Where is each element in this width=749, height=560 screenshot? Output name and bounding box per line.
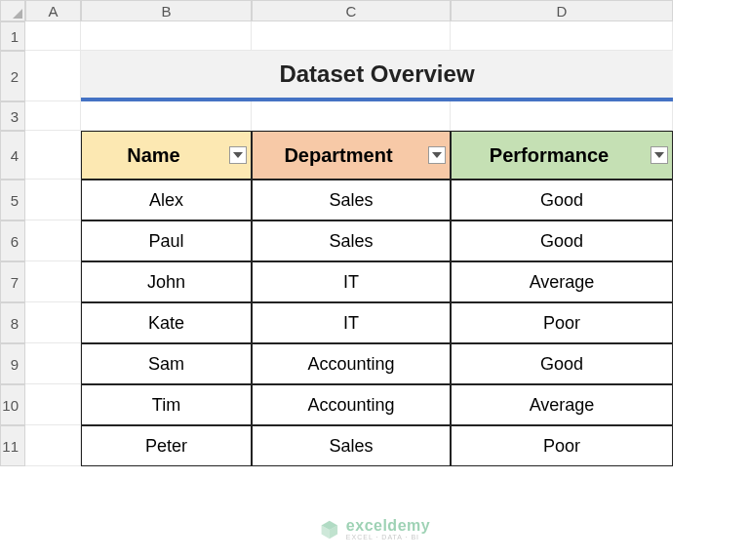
table-cell[interactable]: Good	[451, 343, 673, 384]
table-cell[interactable]: Poor	[451, 302, 673, 343]
table-cell[interactable]: Sales	[252, 425, 451, 466]
col-header-B[interactable]: B	[81, 0, 252, 21]
header-label: Department	[284, 144, 392, 167]
row-header-3[interactable]: 3	[0, 101, 25, 131]
cell[interactable]	[25, 343, 81, 384]
table-header-performance[interactable]: Performance	[451, 131, 673, 180]
cell[interactable]	[25, 131, 81, 180]
row-header-5[interactable]: 5	[0, 180, 25, 220]
col-header-D[interactable]: D	[451, 0, 673, 21]
row-header-7[interactable]: 7	[0, 261, 25, 302]
table-cell[interactable]: Sam	[81, 343, 252, 384]
watermark-main: exceldemy	[346, 518, 430, 534]
table-cell[interactable]: Sales	[252, 220, 451, 261]
table-cell[interactable]: IT	[252, 302, 451, 343]
row-header-2[interactable]: 2	[0, 51, 25, 101]
table-cell[interactable]: Peter	[81, 425, 252, 466]
row-header-4[interactable]: 4	[0, 131, 25, 180]
table-cell[interactable]: Average	[451, 384, 673, 425]
header-label: Performance	[490, 144, 609, 167]
filter-button-performance[interactable]	[650, 146, 668, 164]
select-all-corner[interactable]	[0, 0, 25, 21]
cell[interactable]	[451, 101, 673, 131]
table-cell[interactable]: Good	[451, 220, 673, 261]
watermark-sub: EXCEL · DATA · BI	[346, 534, 430, 540]
cell[interactable]	[252, 21, 451, 51]
cell[interactable]	[25, 302, 81, 343]
table-cell[interactable]: IT	[252, 261, 451, 302]
cell[interactable]	[451, 21, 673, 51]
chevron-down-icon	[432, 152, 442, 158]
chevron-down-icon	[233, 152, 243, 158]
table-cell[interactable]: Alex	[81, 180, 252, 220]
table-cell[interactable]: Average	[451, 261, 673, 302]
cell[interactable]	[81, 21, 252, 51]
table-cell[interactable]: Sales	[252, 180, 451, 220]
filter-button-name[interactable]	[229, 146, 247, 164]
cell[interactable]	[25, 51, 81, 101]
cell[interactable]	[25, 425, 81, 466]
table-header-name[interactable]: Name	[81, 131, 252, 180]
watermark: exceldemy EXCEL · DATA · BI	[319, 518, 430, 540]
cell[interactable]	[252, 101, 451, 131]
cell[interactable]	[25, 220, 81, 261]
cell[interactable]	[25, 384, 81, 425]
table-cell[interactable]: Tim	[81, 384, 252, 425]
table-cell[interactable]: Poor	[451, 425, 673, 466]
filter-button-department[interactable]	[428, 146, 446, 164]
cell[interactable]	[25, 180, 81, 220]
row-header-8[interactable]: 8	[0, 302, 25, 343]
row-header-6[interactable]: 6	[0, 220, 25, 261]
table-cell[interactable]: John	[81, 261, 252, 302]
row-header-9[interactable]: 9	[0, 343, 25, 384]
header-label: Name	[127, 144, 179, 167]
col-header-C[interactable]: C	[252, 0, 451, 21]
table-header-department[interactable]: Department	[252, 131, 451, 180]
row-header-11[interactable]: 11	[0, 425, 25, 466]
spreadsheet-grid: A B C D 1 2 3 4 5 6 7 8 9 10 11 Dataset …	[0, 0, 673, 466]
row-header-10[interactable]: 10	[0, 384, 25, 425]
row-header-1[interactable]: 1	[0, 21, 25, 51]
cell[interactable]	[81, 101, 252, 131]
cell[interactable]	[25, 261, 81, 302]
cell[interactable]	[25, 21, 81, 51]
table-cell[interactable]: Paul	[81, 220, 252, 261]
cell[interactable]	[25, 101, 81, 131]
cube-icon	[319, 519, 340, 540]
dataset-title[interactable]: Dataset Overview	[81, 51, 673, 101]
table-cell[interactable]: Good	[451, 180, 673, 220]
table-cell[interactable]: Accounting	[252, 384, 451, 425]
chevron-down-icon	[654, 152, 664, 158]
table-cell[interactable]: Accounting	[252, 343, 451, 384]
table-cell[interactable]: Kate	[81, 302, 252, 343]
col-header-A[interactable]: A	[25, 0, 81, 21]
